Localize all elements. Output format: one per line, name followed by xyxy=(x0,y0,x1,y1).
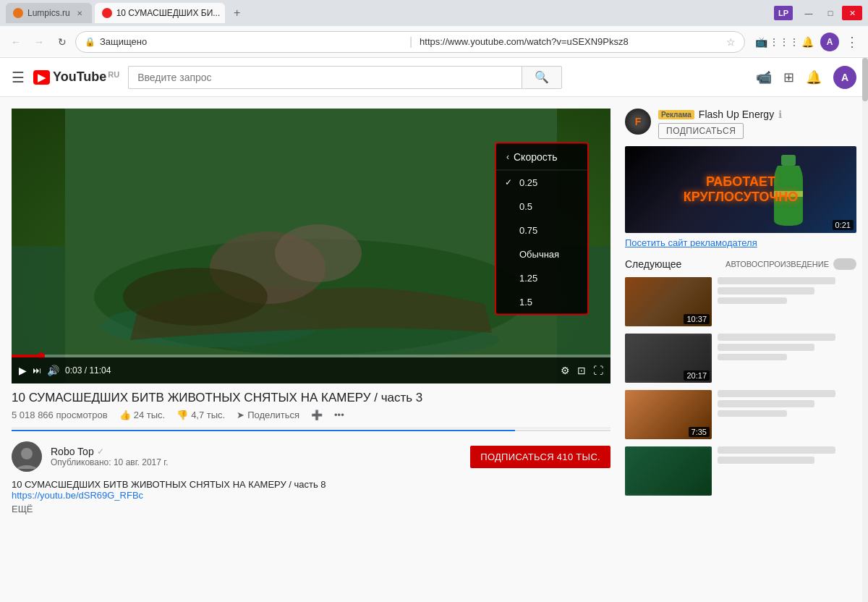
speed-item-075[interactable]: 0.75 xyxy=(496,219,587,242)
add-icon: ➕ xyxy=(311,410,323,420)
secure-icon: 🔒 xyxy=(85,37,95,47)
speed-value-025: 0.25 xyxy=(519,177,537,188)
rec-info-1 xyxy=(718,277,856,326)
show-more-button[interactable]: ЕЩЁ xyxy=(12,504,610,514)
rec-item-4[interactable] xyxy=(625,446,856,496)
settings-button[interactable]: ⚙ xyxy=(561,365,570,376)
speed-item-125[interactable]: 1.25 xyxy=(496,266,587,290)
tab-youtube[interactable]: 10 СУМАСШЕДШИХ БИ... ✕ xyxy=(95,3,225,23)
rec-thumb-4 xyxy=(625,446,712,496)
svg-rect-9 xyxy=(781,155,796,166)
autoplay-toggle[interactable] xyxy=(833,258,856,270)
rec-thumb-blur-4 xyxy=(625,446,712,496)
forward-button[interactable]: → xyxy=(29,32,49,52)
speed-item-15[interactable]: 1.5 xyxy=(496,290,587,314)
subscribe-button[interactable]: ПОДПИСАТЬСЯ 410 ТЫС. xyxy=(470,446,610,468)
desc-link[interactable]: https://youtu.be/dSR69G_RFBc xyxy=(12,490,143,501)
play-button[interactable]: ▶ xyxy=(19,365,27,376)
speed-menu[interactable]: ‹ Скорость 0.25 0.5 0.75 Обычная 1.25 xyxy=(495,143,589,315)
yt-video-camera-icon[interactable]: 📹 xyxy=(756,69,772,85)
scrollbar-track xyxy=(862,58,868,602)
speed-item-05[interactable]: 0.5 xyxy=(496,195,587,219)
new-tab-button[interactable]: + xyxy=(228,4,247,22)
ad-subscribe-button[interactable]: ПОДПИСАТЬСЯ xyxy=(658,123,744,139)
yt-search-button[interactable]: 🔍 xyxy=(522,66,562,89)
speed-value-125: 1.25 xyxy=(519,273,537,284)
rec-title-blur-3 xyxy=(718,390,835,397)
speed-menu-header[interactable]: ‹ Скорость xyxy=(496,144,587,171)
channel-avatar[interactable] xyxy=(12,441,42,472)
ad-avatar-inner: F xyxy=(625,109,651,135)
yt-menu-icon[interactable]: ☰ xyxy=(12,69,25,86)
ad-channel-name[interactable]: Flash Up Energy xyxy=(699,109,774,120)
yt-logo[interactable]: ▶ YouTubeRU xyxy=(33,69,119,85)
back-button[interactable]: ← xyxy=(6,32,26,52)
rec-thumb-3: 7:35 xyxy=(625,390,712,439)
rec-meta-blur-1b xyxy=(718,297,787,304)
dislike-count: 4,7 тыс. xyxy=(191,410,225,420)
scrollbar-thumb[interactable] xyxy=(862,58,868,101)
yt-apps-icon[interactable]: ⊞ xyxy=(783,69,794,85)
rec-title-blur-1 xyxy=(718,277,835,284)
like-button[interactable]: 👍 24 тыс. xyxy=(119,410,165,420)
cast-icon[interactable]: 📺 xyxy=(751,32,771,52)
yt-bell-icon[interactable]: 🔔 xyxy=(806,69,822,85)
apps-icon[interactable]: ⋮⋮⋮ xyxy=(774,32,794,52)
share-button[interactable]: ➤ Поделиться xyxy=(237,410,299,420)
volume-button[interactable]: 🔊 xyxy=(47,365,59,376)
yt-logo-text: YouTube xyxy=(53,69,106,85)
miniplayer-button[interactable]: ⊡ xyxy=(577,365,586,376)
ad-thumbnail[interactable]: РАБОТАЕТКРУГЛОСУТОЧНО 0:21 xyxy=(625,146,856,233)
browser-titlebar: Lumpics.ru ✕ 10 СУМАСШЕДШИХ БИ... ✕ + LP… xyxy=(0,0,868,26)
maximize-button[interactable]: □ xyxy=(820,6,841,20)
tab-favicon-2 xyxy=(102,8,112,18)
fullscreen-button[interactable]: ⛶ xyxy=(593,365,603,376)
rec-item-3[interactable]: 7:35 xyxy=(625,390,856,439)
ad-thumb-duration: 0:21 xyxy=(833,220,854,230)
svg-point-5 xyxy=(275,224,362,282)
speed-item-normal[interactable]: Обычная xyxy=(496,242,587,266)
speed-value-15: 1.5 xyxy=(519,297,532,308)
tab-lumpics[interactable]: Lumpics.ru ✕ xyxy=(6,3,92,23)
yt-search-input[interactable] xyxy=(128,66,522,89)
channel-name-text[interactable]: Robo Top xyxy=(51,446,94,457)
window-controls: LP — □ ✕ xyxy=(774,6,862,20)
rec-item-1[interactable]: 10:37 xyxy=(625,277,856,326)
speed-back-chevron[interactable]: ‹ xyxy=(506,152,509,162)
tab-favicon-1 xyxy=(13,8,23,18)
rec-item-2[interactable]: 20:17 xyxy=(625,334,856,383)
tab-close-1[interactable]: ✕ xyxy=(75,8,85,18)
minimize-button[interactable]: — xyxy=(799,6,819,20)
svg-point-8 xyxy=(21,448,33,459)
ad-info-icon[interactable]: ℹ xyxy=(778,109,782,120)
ad-channel-info: Реклама Flash Up Energy ℹ ПОДПИСАТЬСЯ xyxy=(658,109,856,139)
next-button[interactable]: ⏭ xyxy=(33,365,41,376)
address-bar-input-wrap[interactable]: 🔒 Защищено | https://www.youtube.com/wat… xyxy=(75,31,745,53)
video-player[interactable]: ‹ Скорость 0.25 0.5 0.75 Обычная 1.25 xyxy=(12,109,610,383)
refresh-button[interactable]: ↻ xyxy=(52,32,72,52)
ad-channel-avatar[interactable]: F xyxy=(625,109,651,135)
channel-verified-icon: ✓ xyxy=(97,446,104,457)
time-display: 0:03 / 11:04 xyxy=(65,365,111,376)
address-bar: ← → ↻ 🔒 Защищено | https://www.youtube.c… xyxy=(0,26,868,58)
tab-label-2: 10 СУМАСШЕДШИХ БИ... xyxy=(116,8,221,18)
yt-logo-ru: RU xyxy=(108,70,119,79)
vote-bar xyxy=(12,430,610,431)
bookmark-icon[interactable]: ☆ xyxy=(726,36,736,48)
more-button[interactable]: ••• xyxy=(334,410,344,420)
like-count: 24 тыс. xyxy=(134,410,165,420)
browser-menu-icon[interactable]: ⋮ xyxy=(842,32,862,52)
yt-user-avatar[interactable]: A xyxy=(833,66,856,89)
rec-meta-blur-3b xyxy=(718,410,787,417)
speed-value-normal: Обычная xyxy=(519,249,559,260)
vote-fill xyxy=(12,430,515,431)
close-button[interactable]: ✕ xyxy=(842,6,862,20)
ad-visit-link[interactable]: Посетить сайт рекламодателя xyxy=(625,237,856,248)
user-avatar-header[interactable]: A xyxy=(820,33,839,51)
dislike-button[interactable]: 👎 4,7 тыс. xyxy=(176,410,225,420)
notification-icon[interactable]: 🔔 xyxy=(797,32,817,52)
add-button[interactable]: ➕ xyxy=(311,410,323,420)
speed-item-025[interactable]: 0.25 xyxy=(496,171,587,195)
ad-block: F Реклама Flash Up Energy ℹ ПОДПИСАТЬСЯ xyxy=(625,109,856,139)
share-icon: ➤ xyxy=(237,410,244,420)
